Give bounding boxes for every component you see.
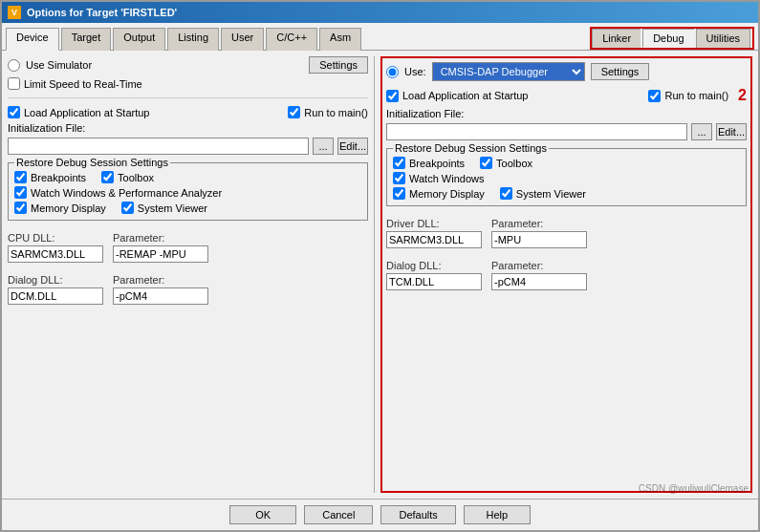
left-restore-group: Restore Debug Session Settings Breakpoin… <box>8 162 368 221</box>
left-load-app-checkbox[interactable] <box>8 106 20 118</box>
tab-target[interactable]: Target <box>61 28 112 51</box>
left-restore-inner: Breakpoints Toolbox Watch Windows & Perf… <box>14 171 361 214</box>
left-dots-button[interactable]: ... <box>313 138 334 155</box>
right-system-checkbox[interactable] <box>500 187 512 200</box>
left-cpu-dll-row: CPU DLL: Parameter: <box>8 232 368 263</box>
tab-cpp[interactable]: C/C++ <box>266 28 317 51</box>
right-driver-dll-label: Driver DLL: <box>386 218 482 229</box>
left-dialog-dll-col: Dialog DLL: <box>8 274 103 305</box>
app-icon: V <box>8 6 21 19</box>
left-settings-button[interactable]: Settings <box>309 56 368 74</box>
tab-utilities[interactable]: Utilities <box>696 29 750 48</box>
right-dialog-param-label: Parameter: <box>491 260 587 271</box>
right-memory-checkbox[interactable] <box>393 187 405 200</box>
left-memory-display-label: Memory Display <box>31 202 106 214</box>
left-init-file-label: Initialization File: <box>8 122 368 134</box>
right-dialog-param-col: Parameter: <box>491 260 587 290</box>
right-use-select[interactable]: CMSIS-DAP Debugger <box>432 62 585 81</box>
right-settings-button[interactable]: Settings <box>591 63 650 80</box>
left-cpu-param-input[interactable] <box>113 245 208 263</box>
right-toolbox-row: Toolbox <box>480 157 532 169</box>
right-system-row: System Viewer <box>500 187 586 200</box>
title-bar: V Options for Target 'FIRSTLED' <box>2 2 758 23</box>
tab-device[interactable]: Device <box>6 28 59 51</box>
main-window: V Options for Target 'FIRSTLED' Device T… <box>0 0 760 532</box>
right-dialog-dll-label: Dialog DLL: <box>386 260 482 271</box>
tab-listing[interactable]: Listing <box>167 28 219 51</box>
right-edit-button[interactable]: Edit... <box>716 123 747 140</box>
left-cpu-param-col: Parameter: <box>113 232 208 263</box>
left-init-file-row: ... Edit... <box>8 138 368 155</box>
left-dialog-dll-input[interactable] <box>8 287 103 305</box>
left-restore-group-title: Restore Debug Session Settings <box>14 157 170 168</box>
top-tab-bar: Device Target Output Listing User C/C++ … <box>2 23 758 51</box>
right-use-row: Use: CMSIS-DAP Debugger Settings <box>386 62 747 81</box>
right-load-app-row: Load Application at Startup <box>386 90 528 102</box>
left-system-row: System Viewer <box>121 202 207 214</box>
right-load-app-checkbox[interactable] <box>386 90 399 102</box>
right-load-app-label: Load Application at Startup <box>402 90 528 101</box>
left-run-to-main-checkbox[interactable] <box>288 106 300 118</box>
left-watch-checkbox[interactable] <box>14 186 27 199</box>
right-init-file-input[interactable] <box>386 123 687 140</box>
left-cpu-dll-label: CPU DLL: <box>8 232 103 244</box>
left-breakpoints-checkbox[interactable] <box>14 171 27 183</box>
right-memory-display-label: Memory Display <box>409 188 485 200</box>
right-driver-param-col: Parameter: <box>491 218 587 248</box>
ok-button[interactable]: OK <box>229 505 296 524</box>
left-cpu-dll-col: CPU DLL: <box>8 232 103 263</box>
right-watch-checkbox[interactable] <box>393 172 405 184</box>
right-use-label: Use: <box>404 66 426 77</box>
cancel-button[interactable]: Cancel <box>304 505 373 524</box>
left-memory-checkbox[interactable] <box>14 202 27 214</box>
right-init-file-label: Initialization File: <box>386 108 747 119</box>
left-init-file-input[interactable] <box>8 138 309 155</box>
left-breakpoints-label: Breakpoints <box>31 172 86 183</box>
right-dialog-dll-section: Dialog DLL: Parameter: <box>386 258 747 290</box>
tab-linker[interactable]: Linker <box>592 29 641 48</box>
right-watch-row: Watch Windows <box>393 172 740 184</box>
right-dialog-param-input[interactable] <box>491 273 587 290</box>
right-use-radio[interactable] <box>386 66 399 78</box>
tab-output[interactable]: Output <box>113 28 165 51</box>
right-init-file-row: ... Edit... <box>386 123 747 140</box>
right-driver-dll-row: Driver DLL: Parameter: <box>386 218 747 248</box>
left-memory-row: Memory Display <box>14 202 106 214</box>
right-driver-param-input[interactable] <box>491 231 587 248</box>
left-watch-label: Watch Windows & Performance Analyzer <box>31 187 222 199</box>
left-panel: Use Simulator Settings Limit Speed to Re… <box>8 56 368 493</box>
right-breakpoints-row: Breakpoints <box>393 157 465 169</box>
annotation-2: 2 <box>738 87 747 104</box>
tab-debug[interactable]: Debug <box>642 29 693 48</box>
left-dialog-dll-section: Dialog DLL: Parameter: <box>8 272 368 305</box>
limit-speed-row: Limit Speed to Real-Time <box>8 77 368 90</box>
right-breakpoints-checkbox[interactable] <box>393 157 405 169</box>
tab-asm[interactable]: Asm <box>319 28 361 51</box>
left-load-app-label: Load Application at Startup <box>24 107 149 118</box>
use-simulator-radio[interactable] <box>8 59 20 72</box>
limit-speed-checkbox[interactable] <box>8 77 20 90</box>
right-toolbox-checkbox[interactable] <box>480 157 492 169</box>
right-dots-button[interactable]: ... <box>691 123 712 140</box>
left-edit-button[interactable]: Edit... <box>337 138 368 155</box>
left-dll-section: CPU DLL: Parameter: <box>8 230 368 263</box>
left-dialog-param-input[interactable] <box>113 287 208 305</box>
right-driver-dll-input[interactable] <box>386 231 482 248</box>
right-dialog-dll-input[interactable] <box>386 273 482 290</box>
right-cb-row1: Breakpoints Toolbox <box>393 157 740 169</box>
tab-user[interactable]: User <box>221 28 264 51</box>
vertical-divider <box>374 56 375 493</box>
right-driver-dll-col: Driver DLL: <box>386 218 482 248</box>
help-button[interactable]: Help <box>464 505 531 524</box>
left-dialog-dll-row: Dialog DLL: Parameter: <box>8 274 368 305</box>
right-breakpoints-label: Breakpoints <box>409 158 465 169</box>
left-cb-row1: Breakpoints Toolbox <box>14 171 361 183</box>
left-toolbox-checkbox[interactable] <box>101 171 114 183</box>
left-cpu-dll-input[interactable] <box>8 245 103 263</box>
left-dialog-param-label: Parameter: <box>113 274 208 286</box>
left-system-checkbox[interactable] <box>121 202 134 214</box>
right-run-to-main-checkbox[interactable] <box>648 90 661 102</box>
left-toolbox-row: Toolbox <box>101 171 154 183</box>
right-restore-group: Restore Debug Session Settings Breakpoin… <box>386 148 747 206</box>
defaults-button[interactable]: Defaults <box>380 505 455 524</box>
